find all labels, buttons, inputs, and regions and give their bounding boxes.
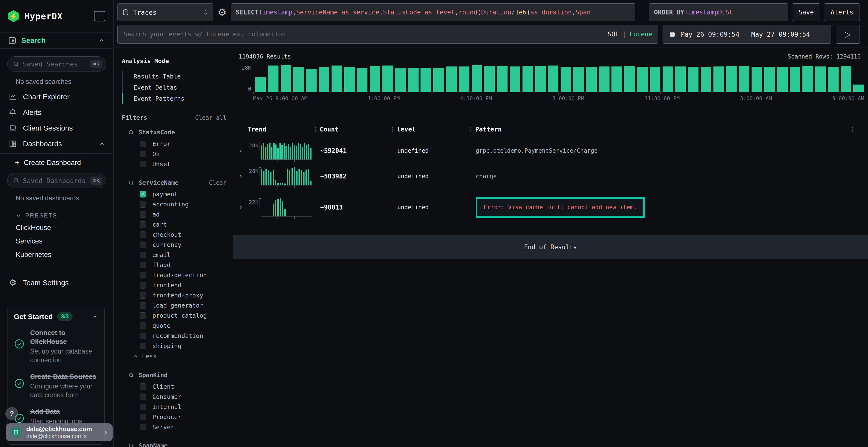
histogram-bar[interactable] (764, 67, 775, 92)
checkbox[interactable] (140, 282, 146, 288)
search-icon[interactable] (128, 129, 134, 136)
column-header-level[interactable]: level (392, 126, 470, 133)
checkbox[interactable] (140, 322, 146, 329)
histogram-bar[interactable] (574, 67, 584, 92)
date-range-picker[interactable]: May 26 09:09:54 - May 27 09:09:54 (662, 25, 831, 44)
histogram-bar[interactable] (662, 66, 673, 92)
saved-searches-input[interactable]: Saved Searches ⌘K (7, 56, 106, 72)
histogram-bar[interactable] (713, 66, 724, 92)
alerts-button[interactable]: Alerts (824, 3, 860, 21)
histogram-bar[interactable] (789, 67, 800, 92)
histogram-bar[interactable] (357, 68, 368, 92)
histogram-bar[interactable] (433, 68, 444, 92)
histogram-bar[interactable] (561, 67, 571, 92)
sidebar-item-preset[interactable]: Kubernetes (0, 248, 113, 261)
histogram-bar[interactable] (446, 66, 457, 92)
sql-select-input[interactable]: SELECT Timestamp, ServiceName as service… (231, 3, 635, 21)
search-icon[interactable] (128, 180, 134, 186)
checkbox[interactable] (140, 151, 146, 157)
show-less-toggle[interactable]: Less (122, 351, 226, 362)
saved-dashboards-input[interactable]: Saved Dashboards ⌘K (7, 173, 106, 188)
histogram-bar[interactable] (421, 68, 431, 92)
histogram-bar[interactable] (510, 66, 520, 92)
filter-option[interactable]: cart (122, 219, 226, 230)
checkbox[interactable] (140, 404, 146, 410)
histogram-bar[interactable] (281, 65, 291, 92)
checkbox[interactable] (140, 272, 146, 278)
get-started-header[interactable]: Get Started 3/3 (14, 312, 98, 321)
histogram-bar[interactable] (548, 66, 558, 92)
histogram-bar[interactable] (637, 67, 648, 92)
help-button[interactable]: ? (5, 407, 18, 420)
checkbox[interactable] (140, 333, 146, 339)
histogram-bar[interactable] (332, 66, 342, 92)
filter-option[interactable]: Internal (122, 402, 226, 412)
row-expand-chevron[interactable] (235, 148, 247, 154)
histogram-bar[interactable] (535, 66, 546, 92)
histogram-bar[interactable] (815, 66, 826, 92)
checkbox[interactable] (140, 343, 146, 349)
search-icon[interactable] (128, 372, 134, 378)
sidebar-item-preset[interactable]: ClickHouse (0, 221, 113, 234)
column-grip-icon[interactable] (470, 127, 471, 132)
table-options[interactable] (852, 127, 862, 132)
histogram-bar[interactable] (523, 66, 533, 92)
get-started-task[interactable]: Connect to ClickHouseSet up your databas… (14, 328, 98, 365)
histogram-bar[interactable] (599, 66, 610, 92)
histogram-bar[interactable] (739, 66, 749, 92)
checkbox[interactable] (140, 424, 146, 431)
table-row[interactable]: 28K~592041undefinedgrpc.oteldemo.Payment… (235, 138, 862, 163)
histogram-bar[interactable] (306, 69, 317, 92)
histogram-bar[interactable] (459, 66, 469, 92)
filter-option[interactable]: accounting (122, 199, 226, 209)
histogram-bar[interactable] (701, 67, 711, 92)
order-by-input[interactable]: ORDER BY Timestamp DESC (649, 3, 788, 21)
histogram-bar[interactable] (472, 65, 482, 92)
histogram-bar[interactable] (650, 67, 660, 92)
filter-option[interactable]: Consumer (122, 391, 226, 402)
table-row[interactable]: 22K~98813undefinedError: Visa cache full… (235, 190, 862, 225)
filter-option[interactable]: load-generator (122, 300, 226, 310)
row-expand-chevron[interactable] (235, 204, 247, 210)
histogram-bar[interactable] (612, 66, 622, 92)
column-grip-icon[interactable] (392, 127, 393, 132)
histogram-bar[interactable] (624, 66, 635, 92)
source-select[interactable]: Traces (117, 3, 213, 21)
filter-option[interactable]: Client (122, 381, 226, 391)
histogram-bar[interactable] (408, 68, 418, 92)
checkbox[interactable] (140, 393, 146, 400)
checkbox[interactable] (140, 312, 146, 319)
row-expand-chevron[interactable] (235, 173, 247, 179)
checkbox[interactable] (140, 292, 146, 299)
histogram-bar[interactable] (751, 67, 762, 92)
checkbox[interactable] (140, 414, 146, 420)
filter-option[interactable]: Producer (122, 412, 226, 422)
histogram-bar[interactable] (726, 66, 737, 92)
user-menu[interactable]: D dale@clickhouse.com dale@clickhouse.co… (6, 423, 113, 441)
filter-option[interactable]: shipping (122, 341, 226, 351)
filter-option[interactable]: checkout (122, 230, 226, 240)
histogram-bar[interactable] (319, 67, 329, 92)
checkbox[interactable] (140, 383, 146, 390)
sidebar-item-dashboards[interactable]: Dashboards (0, 136, 113, 151)
analysis-mode-item[interactable]: Event Patterns (122, 93, 226, 104)
filter-option[interactable]: Error (122, 139, 226, 149)
filter-option[interactable]: fraud-detection (122, 270, 226, 280)
sidebar-item-preset[interactable]: Services (0, 234, 113, 248)
histogram-bar[interactable] (293, 67, 304, 92)
search-input[interactable]: Search your events w/ Lucene ex. column:… (117, 25, 658, 44)
filter-option[interactable]: email (122, 250, 226, 260)
create-dashboard-button[interactable]: + Create Dashboard (0, 156, 113, 170)
checkbox[interactable] (140, 242, 146, 248)
sidebar-item-team-settings[interactable]: ⚙ Team Settings (0, 275, 113, 291)
run-query-button[interactable]: ▷ (836, 25, 860, 44)
histogram-bar[interactable] (828, 67, 839, 92)
checkbox[interactable] (140, 221, 146, 228)
filter-option[interactable]: product-catalog (122, 310, 226, 320)
clear-filter-button[interactable]: Clear (209, 179, 226, 186)
sidebar-item-alerts[interactable]: Alerts (0, 105, 113, 120)
sidebar-item-client-sessions[interactable]: Client Sessions (0, 120, 113, 136)
histogram-bar[interactable] (777, 67, 788, 92)
language-toggle-lucene[interactable]: Lucene (629, 31, 652, 38)
analysis-mode-item[interactable]: Event Deltas (122, 82, 226, 93)
